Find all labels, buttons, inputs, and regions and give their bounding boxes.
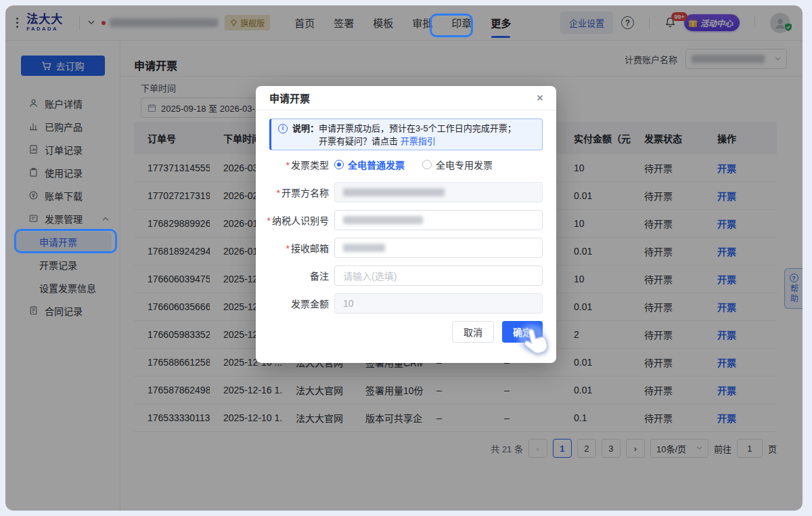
app-window: 法大大 FADADA 旗舰版 首页签署模板审批印章更多 企业设置 ? 99+ 活… bbox=[5, 5, 803, 511]
field-label: 发票金额 bbox=[264, 297, 329, 310]
redacted-value bbox=[343, 216, 423, 224]
info-icon: i bbox=[278, 124, 288, 133]
field-label: *发票类型 bbox=[264, 158, 329, 171]
required-asterisk: * bbox=[286, 243, 290, 254]
notice-line2: 开票有疑问？请点击 bbox=[319, 136, 401, 146]
field-label: 备注 bbox=[264, 269, 329, 282]
notice-label: 说明： bbox=[292, 123, 319, 133]
field-input-3[interactable] bbox=[334, 238, 543, 258]
redacted-value bbox=[343, 244, 385, 252]
confirm-button[interactable]: 确定 bbox=[502, 321, 543, 343]
required-asterisk: * bbox=[277, 188, 280, 198]
field-input-2[interactable] bbox=[334, 210, 543, 230]
field-label: *开票方名称 bbox=[264, 186, 329, 199]
field-input-1 bbox=[334, 182, 543, 202]
modal-form: *发票类型全电普通发票全电专用发票*开票方名称*纳税人识别号*接收邮箱备注请输入… bbox=[256, 154, 556, 314]
form-row-0: *发票类型全电普通发票全电专用发票 bbox=[264, 154, 543, 175]
form-row-1: *开票方名称 bbox=[264, 182, 543, 202]
required-asterisk: * bbox=[286, 160, 290, 171]
form-row-4: 备注请输入(选填) bbox=[264, 265, 543, 286]
cancel-button[interactable]: 取消 bbox=[452, 321, 494, 343]
invoice-guide-link[interactable]: 开票指引 bbox=[401, 136, 436, 146]
invoice-type-radio-1[interactable]: 全电专用发票 bbox=[422, 158, 493, 171]
modal-header: 申请开票 × bbox=[256, 86, 556, 110]
field-label: *纳税人识别号 bbox=[264, 213, 329, 227]
placeholder-text: 请输入(选填) bbox=[343, 269, 397, 282]
radio-label: 全电专用发票 bbox=[436, 158, 493, 171]
form-row-2: *纳税人识别号 bbox=[264, 210, 543, 230]
radio-icon bbox=[422, 160, 432, 169]
radio-label: 全电普通发票 bbox=[348, 158, 405, 171]
redacted-value bbox=[343, 188, 445, 196]
close-icon[interactable]: × bbox=[533, 91, 547, 105]
apply-invoice-modal: 申请开票 × i 说明：申请开票成功后，预计在3-5个工作日内完成开票； 开票有… bbox=[256, 86, 556, 363]
invoice-type-radio-0[interactable]: 全电普通发票 bbox=[334, 158, 405, 171]
radio-selected-icon bbox=[334, 160, 344, 169]
modal-footer: 取消 确定 bbox=[256, 321, 543, 363]
field-input-5: 10 bbox=[334, 293, 543, 314]
notice-alert: i 说明：申请开票成功后，预计在3-5个工作日内完成开票； 开票有疑问？请点击 … bbox=[269, 119, 543, 150]
field-label: *接收邮箱 bbox=[264, 241, 329, 255]
form-row-3: *接收邮箱 bbox=[264, 238, 543, 258]
modal-title: 申请开票 bbox=[269, 91, 310, 105]
required-asterisk: * bbox=[267, 215, 271, 226]
field-value: 10 bbox=[343, 298, 354, 309]
field-input-4[interactable]: 请输入(选填) bbox=[334, 265, 543, 286]
notice-line1: 申请开票成功后，预计在3-5个工作日内完成开票； bbox=[319, 123, 516, 133]
form-row-5: 发票金额10 bbox=[264, 293, 543, 314]
